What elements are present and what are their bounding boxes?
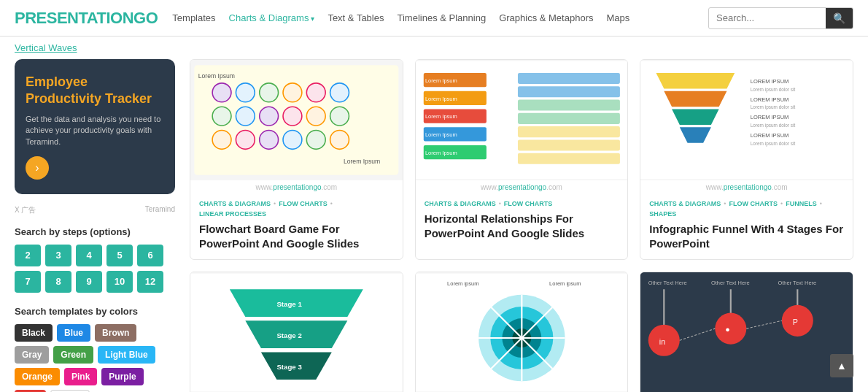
color-gray[interactable]: Gray	[15, 346, 49, 364]
svg-point-78	[716, 313, 747, 345]
svg-rect-33	[518, 153, 620, 164]
tag-linear[interactable]: LINEAR PROCESSES	[199, 210, 266, 218]
svg-point-17	[283, 130, 302, 149]
svg-text:LOREM IPSUM: LOREM IPSUM	[751, 114, 789, 120]
card-2-body: CHARTS & DIAGRAMS • FLOW CHARTS Horizont…	[416, 194, 628, 249]
svg-rect-30	[518, 113, 620, 124]
color-purple[interactable]: Purple	[101, 368, 143, 385]
step-8[interactable]: 8	[45, 271, 71, 293]
ad-brand: Teramind	[145, 205, 175, 215]
color-brown[interactable]: Brown	[95, 324, 136, 342]
search-bar: 🔍	[708, 7, 853, 29]
tag-charts-3[interactable]: CHARTS & DIAGRAMS	[649, 200, 721, 207]
svg-point-8	[330, 107, 349, 126]
step-2[interactable]: 2	[15, 245, 41, 266]
card-2-tags: CHARTS & DIAGRAMS • FLOW CHARTS	[425, 200, 619, 207]
svg-marker-42	[672, 109, 719, 125]
nav-graphics[interactable]: Graphics & Metaphors	[499, 12, 593, 23]
color-pink[interactable]: Pink	[64, 368, 97, 385]
tag-flow-3[interactable]: FLOW CHARTS	[729, 200, 778, 207]
steps-grid: 2 3 4 5 6 7 8 9 10 12	[15, 245, 175, 293]
svg-point-3	[236, 83, 255, 102]
nav-templates[interactable]: Templates	[172, 12, 215, 23]
card-3-image: LOREM IPSUM Lorem ipsum dolor sit LOREM …	[640, 60, 853, 180]
svg-rect-28	[518, 86, 620, 97]
color-blue[interactable]: Blue	[57, 324, 90, 342]
color-light-blue[interactable]: Light Blue	[98, 346, 155, 364]
svg-text:Lorem Ipsum: Lorem Ipsum	[425, 131, 457, 138]
tag-charts[interactable]: CHARTS & DIAGRAMS	[199, 200, 271, 207]
colors-title: Search templates by colors	[15, 306, 175, 317]
card-6-image: Other Text Here Other Text Here Other Te…	[640, 272, 853, 392]
svg-text:Lorem ipsum dolor sit: Lorem ipsum dolor sit	[751, 141, 796, 147]
card-5-image: Lorem ipsum Lorem ipsum	[416, 272, 628, 392]
logo-accent: GO	[133, 9, 158, 27]
svg-point-18	[306, 130, 325, 149]
svg-text:●: ●	[726, 326, 731, 334]
nav-maps[interactable]: Maps	[606, 12, 629, 23]
header: PRESENTATIONGO Templates Charts & Diagra…	[0, 0, 868, 36]
ad-cta-button[interactable]: ›	[26, 156, 49, 180]
card-funnel3[interactable]: Stage 1 Stage 2 Stage 3 www.presentation…	[190, 272, 403, 392]
svg-text:Lorem Ipsum: Lorem Ipsum	[425, 150, 457, 156]
card-funnel4[interactable]: LOREM IPSUM Lorem ipsum dolor sit LOREM …	[640, 59, 853, 260]
search-button[interactable]: 🔍	[826, 8, 853, 28]
tag-flow-2[interactable]: FLOW CHARTS	[504, 200, 553, 207]
step-5[interactable]: 5	[106, 245, 133, 266]
logo-main: PRESENTATION	[15, 9, 133, 27]
svg-point-11	[260, 107, 279, 126]
tag-funnels[interactable]: FUNNELS	[786, 200, 817, 207]
svg-text:Lorem Ipsum: Lorem Ipsum	[198, 72, 235, 80]
card-1-domain: www.presentationgo.com	[190, 180, 403, 194]
svg-text:Stage 1: Stage 1	[276, 300, 302, 308]
tag-shapes[interactable]: SHAPES	[649, 210, 676, 218]
card-3-domain: www.presentationgo.com	[640, 180, 853, 194]
svg-text:Lorem ipsum dolor sit: Lorem ipsum dolor sit	[751, 87, 796, 93]
color-green[interactable]: Green	[53, 346, 93, 364]
step-10[interactable]: 10	[106, 271, 133, 293]
step-7[interactable]: 7	[15, 271, 41, 293]
card-horizontal-rel[interactable]: Lorem Ipsum Lorem Ipsum Lorem Ipsum Lore…	[415, 59, 629, 260]
svg-point-19	[330, 130, 349, 149]
breadcrumb: Vertical Waves	[0, 36, 868, 59]
svg-text:LOREM IPSUM: LOREM IPSUM	[751, 132, 789, 139]
svg-text:Lorem ipsum dolor sit: Lorem ipsum dolor sit	[751, 123, 796, 128]
card-flowchart-board[interactable]: Lorem Ipsum	[190, 59, 403, 260]
ad-label: X 广告	[15, 205, 36, 215]
svg-marker-41	[664, 91, 727, 107]
card-3-body: CHARTS & DIAGRAMS • FLOW CHARTS • FUNNEL…	[640, 194, 853, 259]
color-orange[interactable]: Orange	[15, 368, 60, 385]
card-3-tags: CHARTS & DIAGRAMS • FLOW CHARTS • FUNNEL…	[649, 200, 844, 218]
svg-rect-29	[518, 100, 620, 111]
svg-text:LOREM IPSUM: LOREM IPSUM	[751, 78, 789, 85]
svg-point-4	[260, 83, 279, 102]
ad-text: Get the data and analysis you need to ac…	[26, 114, 164, 147]
search-input[interactable]	[709, 9, 826, 27]
svg-text:P: P	[793, 318, 798, 326]
scroll-top-button[interactable]: ▲	[830, 354, 853, 377]
step-3[interactable]: 3	[45, 245, 71, 266]
tag-flow[interactable]: FLOW CHARTS	[279, 200, 328, 207]
card-1-body: CHARTS & DIAGRAMS • FLOW CHARTS • LINEAR…	[190, 194, 403, 259]
nav-text-tables[interactable]: Text & Tables	[328, 12, 384, 23]
card-workflow[interactable]: Other Text Here Other Text Here Other Te…	[640, 272, 853, 392]
step-9[interactable]: 9	[76, 271, 102, 293]
step-6[interactable]: 6	[137, 245, 163, 266]
card-circle[interactable]: Lorem ipsum Lorem ipsum www.pr	[415, 272, 629, 392]
nav-timelines[interactable]: Timelines & Planning	[397, 12, 486, 23]
logo[interactable]: PRESENTATIONGO	[15, 9, 158, 28]
color-black[interactable]: Black	[15, 324, 53, 342]
svg-point-5	[283, 83, 302, 102]
steps-title: Search by steps (options)	[15, 226, 175, 237]
svg-point-15	[236, 130, 255, 149]
tag-charts-2[interactable]: CHARTS & DIAGRAMS	[425, 200, 496, 207]
cards-content: Lorem Ipsum	[190, 59, 853, 392]
svg-rect-27	[518, 73, 620, 84]
svg-marker-40	[656, 73, 735, 89]
step-12[interactable]: 12	[137, 271, 163, 293]
sidebar: Employee Productivity Tracker Get the da…	[15, 59, 175, 392]
step-4[interactable]: 4	[76, 245, 102, 266]
breadcrumb-link[interactable]: Vertical Waves	[15, 42, 77, 53]
nav-charts-diagrams[interactable]: Charts & Diagrams▾	[229, 12, 315, 23]
card-4-image: Stage 1 Stage 2 Stage 3	[190, 272, 403, 392]
